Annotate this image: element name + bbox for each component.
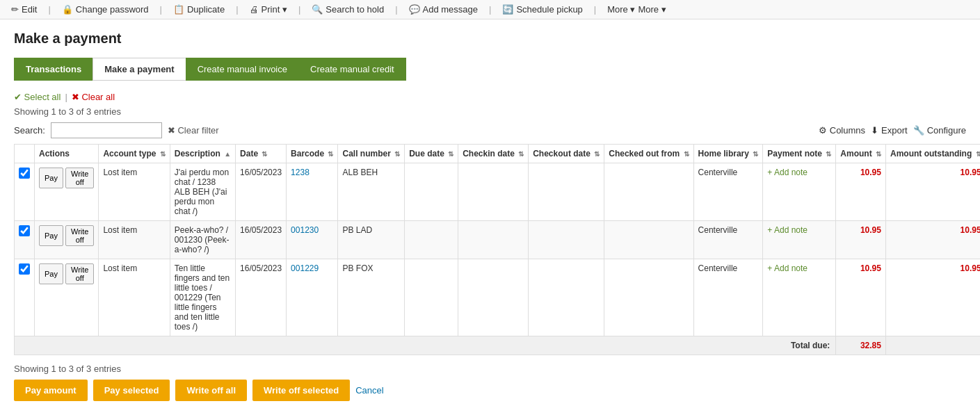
row-writeoff-button-2[interactable]: Write off bbox=[65, 263, 94, 284]
row-pay-button-0[interactable]: Pay bbox=[39, 168, 63, 188]
row-checkout-date bbox=[529, 221, 604, 259]
select-all-link[interactable]: ✔ Select all bbox=[14, 92, 61, 102]
columns-button[interactable]: ⚙ Columns bbox=[819, 125, 865, 136]
nav-schedule-pickup[interactable]: 🔄 Schedule pickup bbox=[502, 4, 582, 15]
row-description: Ten little fingers and ten little toes /… bbox=[170, 259, 235, 336]
search-input[interactable] bbox=[51, 122, 162, 138]
row-call-number: ALB BEH bbox=[338, 163, 405, 221]
row-home-library: Centerville bbox=[693, 259, 763, 336]
col-account-type: Account type ⇅ bbox=[99, 145, 170, 163]
col-description: Description ▲ bbox=[170, 145, 235, 163]
row-checkbox-0[interactable] bbox=[19, 168, 30, 179]
tab-make-payment[interactable]: Make a payment bbox=[93, 58, 185, 81]
row-barcode: 1238 bbox=[287, 163, 338, 221]
export-button[interactable]: ⬇ Export bbox=[871, 125, 908, 136]
row-actions-cell: Pay Write off bbox=[35, 259, 99, 336]
row-amount-outstanding: 10.95 bbox=[885, 259, 980, 336]
row-amount-outstanding: 10.95 bbox=[885, 163, 980, 221]
row-barcode-link-1[interactable]: 001230 bbox=[291, 225, 319, 235]
tab-transactions[interactable]: Transactions bbox=[14, 58, 93, 81]
showing-entries: Showing 1 to 3 of 3 entries bbox=[14, 106, 966, 117]
row-actions-cell: Pay Write off bbox=[35, 163, 99, 221]
row-checkin-date bbox=[458, 259, 529, 336]
row-home-library: Centerville bbox=[693, 221, 763, 259]
row-checkin-date bbox=[458, 163, 529, 221]
row-payment-note: + Add note bbox=[763, 259, 836, 336]
add-note-button-2[interactable]: + Add note bbox=[767, 263, 808, 273]
bottom-bar: Showing 1 to 3 of 3 entries Pay amount P… bbox=[14, 364, 966, 401]
row-due-date bbox=[405, 221, 458, 259]
search-bar: Search: ✖ Clear filter ⚙ Columns ⬇ Expor… bbox=[14, 122, 966, 138]
nav-search-to-hold[interactable]: 🔍 Search to hold bbox=[312, 4, 384, 15]
row-actions-cell: Pay Write off bbox=[35, 221, 99, 259]
row-checkbox-1[interactable] bbox=[19, 225, 30, 236]
row-amount: 10.95 bbox=[836, 259, 886, 336]
col-checkin-date: Checkin date ⇅ bbox=[458, 145, 529, 163]
page-title: Make a payment bbox=[14, 31, 966, 47]
col-call-number: Call number ⇅ bbox=[338, 145, 405, 163]
nav-print[interactable]: 🖨 Print ▾ bbox=[250, 4, 287, 15]
row-writeoff-button-0[interactable]: Write off bbox=[65, 168, 94, 188]
row-barcode-link-2[interactable]: 001229 bbox=[291, 263, 319, 273]
row-due-date bbox=[405, 259, 458, 336]
nav-edit[interactable]: ✏ Edit bbox=[11, 4, 37, 15]
col-barcode: Barcode ⇅ bbox=[287, 145, 338, 163]
table-row: Pay Write off Lost item Ten little finge… bbox=[15, 259, 981, 336]
pay-amount-button[interactable]: Pay amount bbox=[14, 380, 88, 401]
nav-add-message[interactable]: 💬 Add message bbox=[409, 4, 479, 15]
col-checkout-date: Checkout date ⇅ bbox=[529, 145, 604, 163]
pay-selected-button[interactable]: Pay selected bbox=[93, 380, 170, 401]
nav-duplicate[interactable]: 📋 Duplicate bbox=[173, 4, 225, 15]
row-checkbox-cell bbox=[15, 221, 35, 259]
row-pay-button-2[interactable]: Pay bbox=[39, 263, 63, 284]
row-account-type: Lost item bbox=[99, 163, 170, 221]
row-payment-note: + Add note bbox=[763, 221, 836, 259]
row-amount: 10.95 bbox=[836, 221, 886, 259]
row-checkbox-cell bbox=[15, 163, 35, 221]
row-checkout-date bbox=[529, 259, 604, 336]
row-writeoff-button-1[interactable]: Write off bbox=[65, 225, 94, 246]
clear-filter-button[interactable]: ✖ Clear filter bbox=[168, 125, 219, 136]
configure-button[interactable]: 🔧 Configure bbox=[913, 125, 966, 136]
row-account-type: Lost item bbox=[99, 221, 170, 259]
showing-entries-bottom: Showing 1 to 3 of 3 entries bbox=[14, 364, 966, 374]
row-due-date bbox=[405, 163, 458, 221]
table-row: Pay Write off Lost item Peek-a-who? / 00… bbox=[15, 221, 981, 259]
row-home-library: Centerville bbox=[693, 163, 763, 221]
row-checkbox-2[interactable] bbox=[19, 263, 30, 275]
row-description: Peek-a-who? / 001230 (Peek-a-who? /) bbox=[170, 221, 235, 259]
add-note-button-1[interactable]: + Add note bbox=[767, 225, 808, 235]
action-buttons: Pay amount Pay selected Write off all Wr… bbox=[14, 380, 966, 401]
col-date: Date ⇅ bbox=[236, 145, 287, 163]
nav-change-password[interactable]: 🔒 Change password bbox=[62, 4, 149, 15]
nav-more[interactable]: More ▾More ▾ bbox=[607, 4, 666, 15]
row-checked-out-from bbox=[604, 259, 693, 336]
row-pay-button-1[interactable]: Pay bbox=[39, 225, 63, 246]
table-row: Pay Write off Lost item J'ai perdu mon c… bbox=[15, 163, 981, 221]
tab-create-credit[interactable]: Create manual credit bbox=[298, 58, 406, 81]
write-off-all-button[interactable]: Write off all bbox=[175, 380, 247, 401]
row-account-type: Lost item bbox=[99, 259, 170, 336]
select-bar: ✔ Select all | ✖ Clear all bbox=[14, 92, 966, 102]
add-note-button-0[interactable]: + Add note bbox=[767, 168, 808, 177]
col-payment-note: Payment note ⇅ bbox=[763, 145, 836, 163]
row-checked-out-from bbox=[604, 163, 693, 221]
col-amount: Amount ⇅ bbox=[836, 145, 886, 163]
col-amount-outstanding: Amount outstanding ⇅ bbox=[885, 145, 980, 163]
tab-create-invoice[interactable]: Create manual invoice bbox=[186, 58, 298, 81]
main-content: Make a payment Transactions Make a payme… bbox=[0, 19, 980, 412]
clear-all-link[interactable]: ✖ Clear all bbox=[72, 92, 115, 102]
row-call-number: PB FOX bbox=[338, 259, 405, 336]
row-barcode-link-0[interactable]: 1238 bbox=[291, 168, 310, 177]
row-amount: 10.95 bbox=[836, 163, 886, 221]
fines-table: Actions Account type ⇅ Description ▲ Dat… bbox=[14, 144, 980, 355]
cancel-link[interactable]: Cancel bbox=[355, 385, 383, 396]
write-off-selected-button[interactable]: Write off selected bbox=[252, 380, 350, 401]
total-label: Total due: bbox=[15, 336, 836, 355]
row-checkin-date bbox=[458, 221, 529, 259]
row-amount-outstanding: 10.95 bbox=[885, 221, 980, 259]
col-checked-out-from: Checked out from ⇅ bbox=[604, 145, 693, 163]
row-date: 16/05/2023 bbox=[236, 163, 287, 221]
row-barcode: 001230 bbox=[287, 221, 338, 259]
row-checkout-date bbox=[529, 163, 604, 221]
